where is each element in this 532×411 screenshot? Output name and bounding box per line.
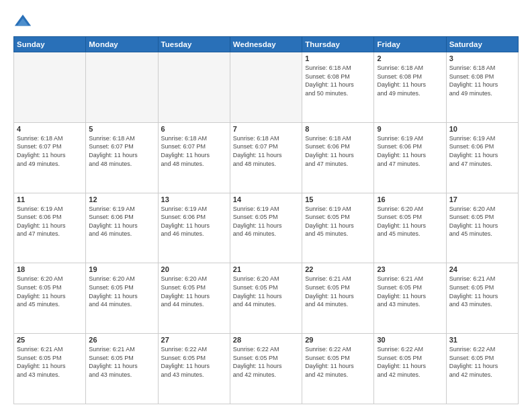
day-number: 26 — [89, 336, 154, 344]
day-number: 27 — [161, 336, 227, 344]
weekday-header: Wednesday — [230, 37, 302, 52]
calendar-cell: 24Sunrise: 6:21 AM Sunset: 6:05 PM Dayli… — [446, 263, 518, 334]
calendar-cell: 28Sunrise: 6:22 AM Sunset: 6:05 PM Dayli… — [230, 334, 302, 404]
day-number: 21 — [233, 265, 299, 273]
calendar-cell: 19Sunrise: 6:20 AM Sunset: 6:05 PM Dayli… — [86, 263, 158, 334]
day-number: 31 — [449, 336, 515, 344]
day-info: Sunrise: 6:22 AM Sunset: 6:05 PM Dayligh… — [449, 345, 515, 379]
day-info: Sunrise: 6:18 AM Sunset: 6:08 PM Dayligh… — [449, 64, 515, 97]
day-info: Sunrise: 6:21 AM Sunset: 6:05 PM Dayligh… — [305, 275, 371, 308]
day-number: 1 — [305, 54, 371, 62]
calendar-cell: 20Sunrise: 6:20 AM Sunset: 6:05 PM Dayli… — [158, 263, 230, 334]
calendar-cell: 26Sunrise: 6:21 AM Sunset: 6:05 PM Dayli… — [86, 334, 158, 404]
day-number: 30 — [377, 336, 443, 344]
calendar-cell: 29Sunrise: 6:22 AM Sunset: 6:05 PM Dayli… — [302, 334, 374, 404]
calendar-cell: 8Sunrise: 6:18 AM Sunset: 6:06 PM Daylig… — [302, 122, 374, 193]
calendar-cell: 31Sunrise: 6:22 AM Sunset: 6:05 PM Dayli… — [446, 334, 518, 404]
calendar-cell — [86, 52, 158, 123]
day-number: 6 — [161, 125, 227, 133]
day-info: Sunrise: 6:20 AM Sunset: 6:05 PM Dayligh… — [449, 205, 515, 238]
day-info: Sunrise: 6:19 AM Sunset: 6:05 PM Dayligh… — [233, 205, 299, 238]
calendar-week-row: 18Sunrise: 6:20 AM Sunset: 6:05 PM Dayli… — [14, 263, 519, 334]
day-info: Sunrise: 6:22 AM Sunset: 6:05 PM Dayligh… — [233, 345, 299, 379]
day-number: 17 — [449, 195, 515, 203]
day-number: 7 — [233, 125, 299, 133]
day-info: Sunrise: 6:18 AM Sunset: 6:07 PM Dayligh… — [17, 134, 83, 168]
calendar-cell: 7Sunrise: 6:18 AM Sunset: 6:07 PM Daylig… — [230, 122, 302, 193]
day-number: 13 — [161, 195, 227, 203]
calendar-cell: 23Sunrise: 6:21 AM Sunset: 6:05 PM Dayli… — [374, 263, 446, 334]
day-info: Sunrise: 6:19 AM Sunset: 6:06 PM Dayligh… — [89, 205, 154, 238]
day-number: 14 — [233, 195, 299, 203]
day-number: 19 — [89, 265, 154, 273]
calendar-cell — [158, 52, 230, 123]
calendar-cell: 10Sunrise: 6:19 AM Sunset: 6:06 PM Dayli… — [446, 122, 518, 193]
day-number: 22 — [305, 265, 371, 273]
day-number: 2 — [377, 54, 443, 62]
day-info: Sunrise: 6:19 AM Sunset: 6:06 PM Dayligh… — [377, 134, 443, 168]
day-number: 5 — [89, 125, 154, 133]
day-info: Sunrise: 6:19 AM Sunset: 6:06 PM Dayligh… — [17, 205, 83, 238]
day-info: Sunrise: 6:21 AM Sunset: 6:05 PM Dayligh… — [89, 345, 154, 379]
calendar-cell: 2Sunrise: 6:18 AM Sunset: 6:08 PM Daylig… — [374, 52, 446, 123]
calendar-cell: 11Sunrise: 6:19 AM Sunset: 6:06 PM Dayli… — [14, 193, 86, 263]
day-info: Sunrise: 6:18 AM Sunset: 6:07 PM Dayligh… — [233, 134, 299, 168]
calendar-week-row: 11Sunrise: 6:19 AM Sunset: 6:06 PM Dayli… — [14, 193, 519, 263]
calendar-cell — [14, 52, 86, 123]
day-number: 3 — [449, 54, 515, 62]
day-info: Sunrise: 6:19 AM Sunset: 6:05 PM Dayligh… — [305, 205, 371, 238]
day-info: Sunrise: 6:19 AM Sunset: 6:06 PM Dayligh… — [449, 134, 515, 168]
calendar-cell: 5Sunrise: 6:18 AM Sunset: 6:07 PM Daylig… — [86, 122, 158, 193]
calendar-cell: 9Sunrise: 6:19 AM Sunset: 6:06 PM Daylig… — [374, 122, 446, 193]
calendar-cell: 15Sunrise: 6:19 AM Sunset: 6:05 PM Dayli… — [302, 193, 374, 263]
day-info: Sunrise: 6:18 AM Sunset: 6:08 PM Dayligh… — [377, 64, 443, 97]
weekday-header: Friday — [374, 37, 446, 52]
day-number: 20 — [161, 265, 227, 273]
calendar-page: SundayMondayTuesdayWednesdayThursdayFrid… — [0, 0, 532, 411]
calendar-cell: 6Sunrise: 6:18 AM Sunset: 6:07 PM Daylig… — [158, 122, 230, 193]
day-info: Sunrise: 6:20 AM Sunset: 6:05 PM Dayligh… — [89, 275, 154, 308]
day-number: 10 — [449, 125, 515, 133]
day-number: 8 — [305, 125, 371, 133]
calendar-week-row: 25Sunrise: 6:21 AM Sunset: 6:05 PM Dayli… — [14, 334, 519, 404]
calendar-cell: 27Sunrise: 6:22 AM Sunset: 6:05 PM Dayli… — [158, 334, 230, 404]
calendar-cell: 14Sunrise: 6:19 AM Sunset: 6:05 PM Dayli… — [230, 193, 302, 263]
day-info: Sunrise: 6:21 AM Sunset: 6:05 PM Dayligh… — [377, 275, 443, 308]
day-info: Sunrise: 6:20 AM Sunset: 6:05 PM Dayligh… — [161, 275, 227, 308]
weekday-header: Saturday — [446, 37, 518, 52]
calendar-cell — [230, 52, 302, 123]
day-info: Sunrise: 6:18 AM Sunset: 6:07 PM Dayligh… — [161, 134, 227, 168]
day-number: 4 — [17, 125, 83, 133]
calendar-cell: 4Sunrise: 6:18 AM Sunset: 6:07 PM Daylig… — [14, 122, 86, 193]
weekday-header: Thursday — [302, 37, 374, 52]
day-info: Sunrise: 6:18 AM Sunset: 6:08 PM Dayligh… — [305, 64, 371, 97]
day-info: Sunrise: 6:18 AM Sunset: 6:06 PM Dayligh… — [305, 134, 371, 168]
calendar-cell: 16Sunrise: 6:20 AM Sunset: 6:05 PM Dayli… — [374, 193, 446, 263]
day-number: 18 — [17, 265, 83, 273]
calendar-cell: 18Sunrise: 6:20 AM Sunset: 6:05 PM Dayli… — [14, 263, 86, 334]
calendar-cell: 1Sunrise: 6:18 AM Sunset: 6:08 PM Daylig… — [302, 52, 374, 123]
day-number: 15 — [305, 195, 371, 203]
calendar-header-row: SundayMondayTuesdayWednesdayThursdayFrid… — [14, 37, 519, 52]
day-info: Sunrise: 6:19 AM Sunset: 6:06 PM Dayligh… — [161, 205, 227, 238]
weekday-header: Sunday — [14, 37, 86, 52]
weekday-header: Tuesday — [158, 37, 230, 52]
calendar-cell: 30Sunrise: 6:22 AM Sunset: 6:05 PM Dayli… — [374, 334, 446, 404]
calendar-cell: 21Sunrise: 6:20 AM Sunset: 6:05 PM Dayli… — [230, 263, 302, 334]
calendar-week-row: 4Sunrise: 6:18 AM Sunset: 6:07 PM Daylig… — [14, 122, 519, 193]
day-number: 28 — [233, 336, 299, 344]
day-number: 9 — [377, 125, 443, 133]
day-info: Sunrise: 6:20 AM Sunset: 6:05 PM Dayligh… — [233, 275, 299, 308]
day-number: 12 — [89, 195, 154, 203]
day-info: Sunrise: 6:20 AM Sunset: 6:05 PM Dayligh… — [377, 205, 443, 238]
calendar-table: SundayMondayTuesdayWednesdayThursdayFrid… — [13, 36, 519, 404]
weekday-header: Monday — [86, 37, 158, 52]
logo — [13, 12, 35, 31]
calendar-cell: 25Sunrise: 6:21 AM Sunset: 6:05 PM Dayli… — [14, 334, 86, 404]
day-number: 25 — [17, 336, 83, 344]
day-info: Sunrise: 6:21 AM Sunset: 6:05 PM Dayligh… — [17, 345, 83, 379]
calendar-week-row: 1Sunrise: 6:18 AM Sunset: 6:08 PM Daylig… — [14, 52, 519, 123]
day-number: 23 — [377, 265, 443, 273]
day-info: Sunrise: 6:18 AM Sunset: 6:07 PM Dayligh… — [89, 134, 154, 168]
calendar-cell: 3Sunrise: 6:18 AM Sunset: 6:08 PM Daylig… — [446, 52, 518, 123]
